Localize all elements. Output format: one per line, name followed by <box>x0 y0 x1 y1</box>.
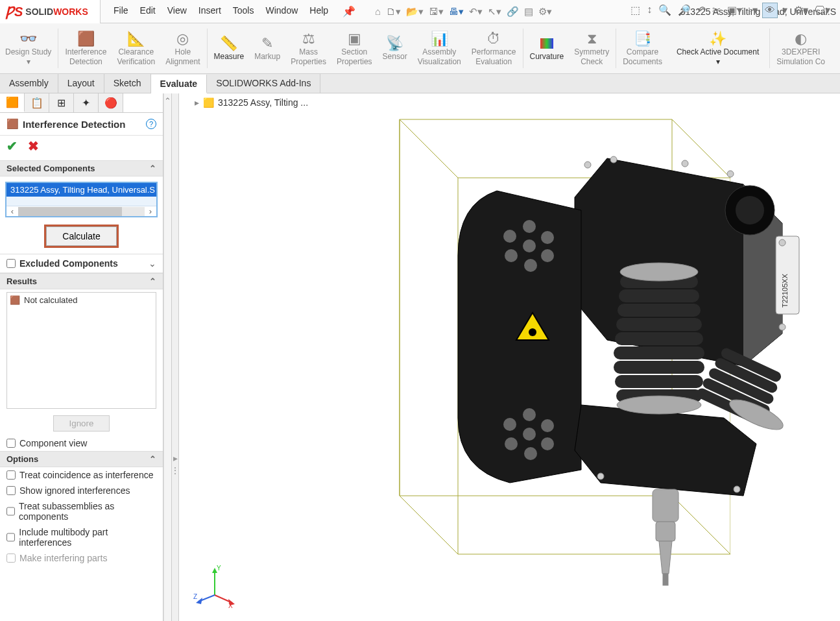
mass-properties-button[interactable]: ⚖Mass Properties <box>285 23 331 73</box>
svg-point-8 <box>524 259 537 272</box>
brand-works: WORKS <box>53 6 88 17</box>
undo-icon[interactable]: ↶▾ <box>469 6 483 18</box>
selected-component-item[interactable]: 313225 Assy, Tilting Head, Universal.S <box>6 183 156 197</box>
selected-components-list[interactable]: 313225 Assy, Tilting Head, Universal.S ‹… <box>5 182 158 217</box>
menu-bar: File Edit View Insert Tools Window Help … <box>101 5 368 18</box>
config-tab[interactable]: ⊞ <box>49 93 74 112</box>
assembly-visualization-button[interactable]: 📊Assembly Visualization <box>413 23 466 73</box>
symmetry-check-button[interactable]: ⧗Symmetry Check <box>569 23 614 73</box>
display-style-icon[interactable]: ▣▾ <box>725 3 744 18</box>
assembly-icon: 🟨 <box>203 97 214 108</box>
measure-button[interactable]: 📏Measure <box>209 23 250 73</box>
breadcrumb-arrow-icon: ▸ <box>195 97 199 108</box>
results-header[interactable]: Results ⌃ <box>0 273 163 289</box>
hole-alignment-button[interactable]: ◎Hole Alignment <box>160 23 205 73</box>
menu-insert[interactable]: Insert <box>198 5 221 18</box>
opt-interfering-checkbox[interactable] <box>6 554 16 563</box>
options-icon[interactable]: ▤ <box>524 6 533 18</box>
print-icon[interactable]: 🖶▾ <box>449 6 464 18</box>
save-icon[interactable]: 🖫▾ <box>429 6 444 18</box>
menu-help[interactable]: Help <box>309 5 328 18</box>
opt-coincidence-checkbox[interactable] <box>6 470 16 480</box>
tab-addins[interactable]: SOLIDWORKS Add-Ins <box>207 74 320 93</box>
menu-window[interactable]: Window <box>265 5 298 18</box>
tab-assembly[interactable]: Assembly <box>0 74 58 93</box>
section-view-icon[interactable]: ✂ <box>710 3 723 18</box>
graphics-viewport[interactable]: ▸ 🟨 313225 Assy, Tilting ... <box>179 93 840 621</box>
options-header[interactable]: Options ⌃ <box>0 451 163 467</box>
markup-button[interactable]: ✎Markup <box>249 23 285 73</box>
zoom-fit-icon[interactable]: 🔍 <box>656 3 673 18</box>
view-cube-icon[interactable]: ⬚ <box>629 3 642 18</box>
view-settings-icon[interactable]: ⚙▾ <box>792 3 810 18</box>
view-orientation-icon[interactable]: ↕ <box>645 3 654 18</box>
display-tab[interactable]: ✦ <box>74 93 99 112</box>
svg-point-44 <box>682 160 688 167</box>
clearance-verification-button[interactable]: 📐Clearance Verification <box>112 23 160 73</box>
panel-title: Interference Detection <box>23 119 125 130</box>
ok-button[interactable]: ✔ <box>6 138 18 154</box>
tab-sketch[interactable]: Sketch <box>104 74 151 93</box>
select-icon[interactable]: ↖▾ <box>488 6 501 18</box>
opt-multibody-checkbox[interactable] <box>6 533 15 542</box>
app-logo: ǷS SOLIDWORKS <box>0 0 101 23</box>
svg-text:Y: Y <box>217 565 221 572</box>
sensor-button[interactable]: 📡Sensor <box>378 23 413 73</box>
apply-scene-icon[interactable]: ▾ <box>780 3 789 18</box>
svg-point-14 <box>505 437 518 450</box>
scroll-left-icon[interactable]: ‹ <box>6 206 18 216</box>
help-icon[interactable]: ? <box>146 119 156 129</box>
svg-rect-0 <box>540 38 553 49</box>
svg-point-18 <box>529 328 536 336</box>
menu-file[interactable]: File <box>114 5 128 18</box>
excluded-checkbox[interactable] <box>6 259 16 268</box>
opt-subasm-checkbox[interactable] <box>6 507 15 516</box>
interference-icon: 🟫 <box>6 118 19 130</box>
curvature-button[interactable]: Curvature <box>525 23 570 73</box>
menu-edit[interactable]: Edit <box>140 5 156 18</box>
selected-components-header[interactable]: Selected Components ⌃ <box>0 160 163 177</box>
zoom-area-icon[interactable]: 🔎 <box>676 3 693 18</box>
compare-documents-button[interactable]: 📑Compare Documents <box>618 23 667 73</box>
calculate-button[interactable]: Calculate <box>46 226 116 246</box>
previous-view-icon[interactable]: ↶ <box>695 3 708 18</box>
collapse-icon: ⌃ <box>149 454 156 464</box>
check-active-document-button[interactable]: ✨Check Active Document▾ <box>667 23 768 73</box>
appearance-tab[interactable]: 🔴 <box>99 93 123 112</box>
design-study-button[interactable]: 👓Design Study▾ <box>0 23 56 73</box>
view-triad[interactable]: Y X Z <box>192 563 237 608</box>
3dexperience-button[interactable]: ◐3DEXPERI Simulation Co <box>771 23 830 73</box>
section-properties-button[interactable]: ▣Section Properties <box>331 23 378 73</box>
performance-evaluation-button[interactable]: ⏱Performance Evaluation <box>466 23 522 73</box>
view-scene-icon[interactable]: 👁 <box>762 3 778 18</box>
tab-layout[interactable]: Layout <box>58 74 104 93</box>
menu-tools[interactable]: Tools <box>233 5 254 18</box>
interference-detection-button[interactable]: 🟫Interference Detection <box>60 23 112 73</box>
svg-point-3 <box>736 196 764 225</box>
new-icon[interactable]: 🗋▾ <box>386 6 401 18</box>
excluded-components-row[interactable]: Excluded Components ⌄ <box>0 254 163 273</box>
rebuild-icon[interactable]: 🔗 <box>507 6 519 18</box>
cancel-button[interactable]: ✖ <box>28 138 39 154</box>
feature-tree-tab[interactable]: 🟧 <box>0 93 25 112</box>
horizontal-scrollbar[interactable] <box>18 207 145 216</box>
opt-ignored-checkbox[interactable] <box>6 486 16 495</box>
component-view-checkbox[interactable] <box>6 439 16 448</box>
settings-icon[interactable]: ⚙▾ <box>538 6 552 18</box>
hide-show-icon[interactable]: ▫▾ <box>747 3 760 18</box>
property-tab[interactable]: 📋 <box>25 93 49 112</box>
home-icon[interactable]: ⌂ <box>375 6 381 17</box>
pin-icon[interactable]: 📌 <box>342 5 355 18</box>
monitor-icon[interactable]: 🖵▾ <box>813 3 832 18</box>
open-icon[interactable]: 📂▾ <box>406 6 424 18</box>
tab-evaluate[interactable]: Evaluate <box>151 75 208 93</box>
svg-point-34 <box>617 396 701 414</box>
sidebar-scrollbar[interactable]: ⌃ <box>163 93 171 621</box>
breadcrumb[interactable]: ▸ 🟨 313225 Assy, Tilting ... <box>195 97 308 108</box>
sidebar-collapse-handle[interactable]: ▸⋮ <box>171 93 179 621</box>
svg-point-46 <box>779 239 786 246</box>
menu-view[interactable]: View <box>167 5 187 18</box>
svg-text:Z: Z <box>193 593 197 600</box>
svg-rect-23 <box>615 332 703 345</box>
scroll-right-icon[interactable]: › <box>145 206 156 216</box>
